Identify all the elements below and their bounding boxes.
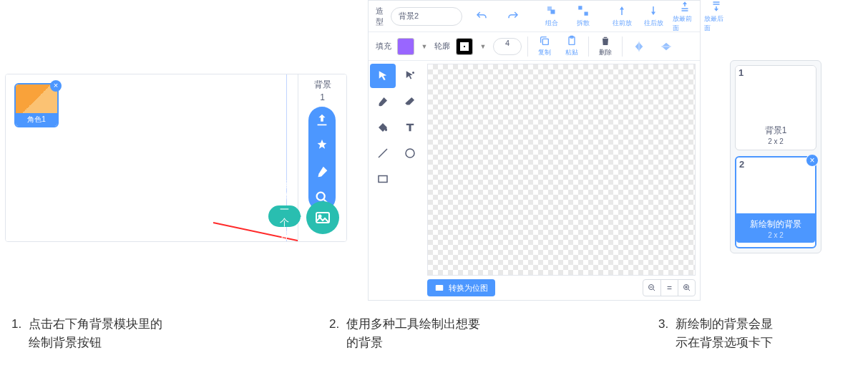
surprise-icon[interactable] <box>314 138 330 154</box>
svg-point-13 <box>406 149 414 158</box>
copy-button[interactable]: 复制 <box>534 35 555 57</box>
caption-3: 3.新绘制的背景会显 示在背景选项卡下 <box>658 315 773 353</box>
backdrop-preview <box>736 158 815 213</box>
svg-rect-6 <box>585 12 588 16</box>
sprite-card[interactable]: 角色1 × <box>14 83 59 127</box>
group-button[interactable]: 组合 <box>540 4 564 28</box>
svg-point-12 <box>412 72 414 74</box>
backdrop-name: 新绘制的背景 <box>736 218 815 231</box>
add-backdrop-button[interactable] <box>306 201 339 234</box>
zoom-reset-button[interactable]: = <box>660 280 678 296</box>
backdrop-size: 2 x 2 <box>768 137 784 145</box>
svg-rect-4 <box>551 10 555 14</box>
editor-toolbar-fill: 填充 ▼ 轮廓 ▼ 4 复制 粘贴 删除 <box>369 32 700 61</box>
chevron-down-icon[interactable]: ▼ <box>420 43 429 50</box>
svg-rect-7 <box>542 39 548 44</box>
svg-rect-11 <box>661 46 670 47</box>
backdrop-card-selected[interactable]: 2 × 新绘制的背景 2 x 2 <box>735 156 816 248</box>
flip-vertical-button[interactable] <box>655 41 677 52</box>
paint-icon[interactable] <box>314 164 330 180</box>
outline-color-swatch[interactable] <box>456 38 473 55</box>
close-icon[interactable]: × <box>50 80 62 92</box>
stage-sprite-panel: 角色1 × 背景 1 选择一个背景 <box>5 74 347 242</box>
sprite-name-label: 角色1 <box>16 113 57 126</box>
convert-bitmap-button[interactable]: 转换为位图 <box>427 279 495 296</box>
text-tool[interactable] <box>397 115 423 140</box>
svg-point-0 <box>317 193 325 200</box>
undo-button[interactable] <box>469 10 494 23</box>
caption-1: 1.点击右下角背景模块里的 绘制背景按钮 <box>11 315 162 353</box>
chevron-down-icon[interactable]: ▼ <box>479 43 487 50</box>
caption-2: 2.使用多种工具绘制出想要 的背景 <box>329 315 480 353</box>
backdrop-size: 2 x 2 <box>736 231 815 239</box>
ungroup-button[interactable]: 拆散 <box>571 4 595 28</box>
backdrop-preview <box>736 66 816 122</box>
zoom-in-button[interactable] <box>678 280 695 296</box>
back-button[interactable]: 放最后面 <box>704 0 728 33</box>
backdrop-side: 背景 1 选择一个背景 <box>298 74 346 241</box>
backdrop-add-menu <box>308 107 336 211</box>
flip-horizontal-button[interactable] <box>628 41 650 52</box>
zoom-out-button[interactable] <box>643 280 660 296</box>
fill-color-swatch[interactable] <box>397 38 414 55</box>
costume-field-label: 造型 <box>376 6 384 27</box>
front-button[interactable]: 放最前面 <box>673 0 697 33</box>
sprite-area: 角色1 × <box>6 74 298 241</box>
eraser-tool[interactable] <box>397 89 423 114</box>
backdrop-name: 背景1 <box>765 125 787 137</box>
select-tool[interactable] <box>370 64 396 88</box>
backdrop-index: 2 <box>739 159 744 176</box>
outline-label: 轮廓 <box>434 41 450 52</box>
circle-tool[interactable] <box>397 141 423 165</box>
svg-rect-15 <box>436 285 444 291</box>
reshape-tool[interactable] <box>397 64 423 88</box>
zoom-controls: = <box>643 279 696 296</box>
divider <box>622 37 623 57</box>
svg-rect-10 <box>639 42 640 51</box>
backdrop-index: 1 <box>738 67 743 84</box>
redo-button[interactable] <box>501 10 525 23</box>
paste-button[interactable]: 粘贴 <box>561 35 582 57</box>
backdrop-count: 1 <box>298 92 346 102</box>
svg-rect-14 <box>379 176 387 183</box>
editor-toolbar-top: 造型 组合 拆散 往前放 往后放 放最前面 放最后面 <box>369 1 700 32</box>
costume-name-input[interactable] <box>391 7 462 26</box>
forward-button[interactable]: 往前放 <box>610 4 634 28</box>
fill-tool[interactable] <box>370 115 396 140</box>
upload-icon[interactable] <box>314 112 330 128</box>
rect-tool[interactable] <box>370 167 396 191</box>
backdrop-list-panel: 1 背景1 2 x 2 2 × 新绘制的背景 2 x 2 <box>730 60 821 253</box>
costume-editor: 造型 组合 拆散 往前放 往后放 放最前面 放最后面 填充 ▼ 轮廓 ▼ 4 复… <box>368 0 701 301</box>
backdrop-header: 背景 <box>298 79 346 91</box>
svg-rect-5 <box>578 6 582 9</box>
choose-backdrop-tooltip: 选择一个背景 <box>268 205 301 227</box>
close-icon[interactable]: × <box>806 154 819 167</box>
drawing-canvas[interactable] <box>427 64 696 276</box>
backward-button[interactable]: 往后放 <box>641 4 665 28</box>
editor-bottom-bar: 转换为位图 = <box>427 278 696 297</box>
backdrop-card[interactable]: 1 背景1 2 x 2 <box>735 65 816 150</box>
brush-tool[interactable] <box>370 89 396 114</box>
delete-button[interactable]: 删除 <box>595 35 616 57</box>
divider <box>588 37 589 57</box>
line-tool[interactable] <box>370 141 396 165</box>
divider <box>527 37 528 57</box>
fill-label: 填充 <box>376 41 391 52</box>
tool-palette <box>369 61 426 277</box>
outline-width-input[interactable]: 4 <box>493 38 522 55</box>
